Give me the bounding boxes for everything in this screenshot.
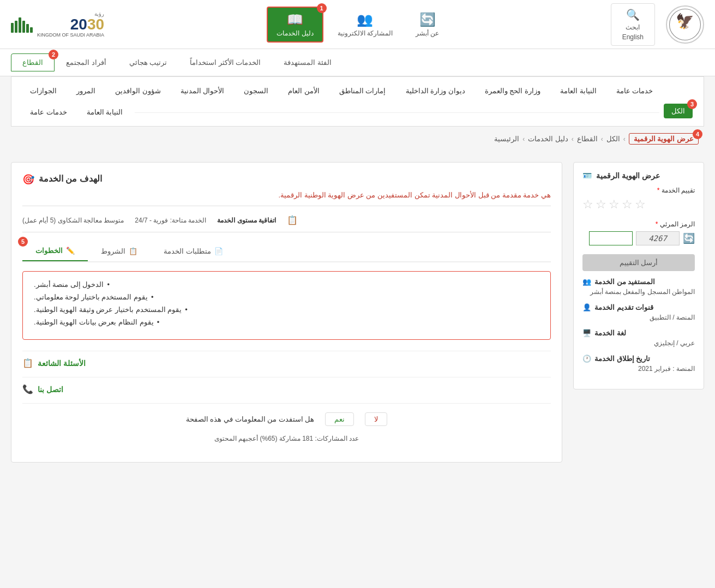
category-tabs: الفئة المستهدفة الخدمات الأكثر استخداماً… [0, 49, 715, 76]
sector-muroor[interactable]: المرور [69, 83, 103, 98]
sector-imarat[interactable]: إمارات المناطق [332, 83, 394, 98]
tab-qitaa[interactable]: القطاع 2 [11, 53, 55, 71]
captcha-image: 4267 [636, 231, 680, 245]
tab-afrad[interactable]: أفراد المجتمع [55, 53, 118, 71]
contact-label: اتصل بنا [38, 385, 63, 394]
sector-diwan[interactable]: ديوان وزارة الداخلية [398, 83, 473, 98]
requirements-icon: 📄 [214, 247, 223, 255]
nav-esharka-label: المشاركة الالكترونية [338, 29, 393, 37]
search-icon: 🔍 [626, 8, 640, 21]
target-icon: 🎯 [22, 173, 34, 185]
faq-section[interactable]: الأسئلة الشائعة 📋 [22, 351, 551, 368]
tab-fi2a[interactable]: الفئة المستهدفة [272, 53, 343, 71]
launch-block: تاريخ إطلاق الخدمة 🕐 المنصة : فبراير 202… [582, 355, 695, 373]
channels-block: قنوات تقديم الخدمة 👤 المنصة / التطبيق [582, 303, 695, 321]
contact-section[interactable]: اتصل بنا 📞 [22, 377, 551, 394]
faq-icon: 📋 [22, 358, 33, 368]
sector-khadmat[interactable]: خدمات عامة [609, 83, 661, 98]
beneficiary-title: المستفيد من الخدمة 👥 [582, 278, 695, 286]
sector-niaba2[interactable]: النيابة العامة [79, 105, 131, 119]
language-icon: 🖥️ [582, 329, 591, 337]
tab-requirements[interactable]: 📄 متطلبات الخدمة [151, 241, 236, 261]
participation-text: عدد المشاركات: 181 مشاركة (65%) أعجبهم ا… [22, 435, 551, 451]
launch-value: المنصة : فبراير 2021 [582, 365, 695, 373]
language-value: عربي / إنجليزي [582, 339, 695, 347]
sector-sujoon[interactable]: السجون [236, 83, 276, 98]
sla-icon: 📋 [287, 215, 298, 225]
nav-item-abshir[interactable]: 🔄 عن أبشر [407, 8, 448, 41]
sector-khadmat2[interactable]: خدمات عامة [22, 105, 75, 119]
svg-text:🦅: 🦅 [676, 12, 694, 30]
clock-icon: 🕐 [582, 355, 591, 363]
language-title: لغة الخدمة 🖥️ [582, 329, 695, 337]
daleel-icon: 📖 [287, 12, 303, 27]
captcha-label: الرمز المرئي * [582, 220, 695, 228]
nav-daleel-wrapper: 📖 دليل الخدمات 1 [267, 7, 323, 43]
nav-item-esharka[interactable]: 👥 المشاركة الالكترونية [329, 8, 401, 41]
sector-niaba[interactable]: النيابة العامة [552, 83, 604, 98]
service-title: الهدف من الخدمة [39, 173, 102, 184]
star-1[interactable]: ☆ [582, 197, 593, 212]
steps-icon: ✏️ [66, 247, 75, 255]
feedback-no-button[interactable]: لا [365, 412, 387, 426]
breadcrumb-home[interactable]: الرئيسية [494, 135, 519, 143]
service-header: الهدف من الخدمة 🎯 [22, 173, 551, 185]
sector-shuun[interactable]: شؤون الوافدين [107, 83, 169, 98]
people-icon: 👥 [582, 278, 591, 286]
breadcrumb: عرض الهوية الرقمية 4 › الكل › القطاع › د… [0, 127, 715, 151]
captcha-input[interactable] [589, 231, 633, 245]
send-rating-button[interactable]: أرسل التقييم [582, 254, 695, 271]
step-1: • الدخول إلى منصة أبشر. [34, 280, 539, 289]
channel-icon: 👤 [582, 303, 591, 311]
sla-title: اتفاقية مستوى الخدمة [217, 217, 276, 224]
feedback-yes-button[interactable]: نعم [325, 412, 354, 426]
main-content: عرض الهوية الرقمية 🪪 تقييم الخدمة * ☆ ☆ … [0, 151, 715, 473]
captcha-row: 🔄 4267 [582, 231, 695, 245]
esharka-icon: 👥 [357, 12, 373, 27]
vision-sub: KINGDOM OF SAUDI ARABIA [37, 32, 104, 38]
sector-badge-3: 3 [687, 99, 697, 109]
star-5[interactable]: ☆ [635, 197, 646, 212]
beneficiary-block: المستفيد من الخدمة 👥 المواطن المسجل والم… [582, 278, 695, 296]
stars[interactable]: ☆ ☆ ☆ ☆ ☆ [582, 197, 695, 212]
main-area: الهدف من الخدمة 🎯 هي خدمة مقدمة من قبل ا… [11, 162, 562, 463]
language-block: لغة الخدمة 🖥️ عربي / إنجليزي [582, 329, 695, 347]
vision-logo: رؤية 2030 KINGDOM OF SAUDI ARABIA [11, 11, 104, 38]
id-card-icon: 🪪 [582, 171, 592, 180]
tab-steps[interactable]: ✏️ الخطوات 5 [22, 241, 88, 261]
sector-all[interactable]: الكل 3 [664, 104, 693, 118]
nav-daleel-label: دليل الخدمات [277, 29, 313, 37]
sector-wazara[interactable]: وزارة الحج والعمرة [477, 83, 548, 98]
nav-esharka-wrapper: 👥 المشاركة الالكترونية [329, 8, 401, 41]
breadcrumb-sector[interactable]: القطاع [577, 135, 598, 143]
vision-bars [11, 16, 33, 33]
tab-tarteeb[interactable]: ترتيب هجائي [118, 53, 179, 71]
step-3: • يقوم المستخدم باختيار عرض وثيقة الهوية… [34, 305, 539, 314]
star-4[interactable]: ☆ [622, 197, 633, 212]
logo: 🦅 [666, 5, 704, 44]
breadcrumb-all[interactable]: الكل [606, 135, 620, 143]
step-4: • يقوم النظام بعرض بيانات الهوية الوطنية… [34, 318, 539, 326]
sector-ahwal[interactable]: الأحوال المدنية [173, 83, 232, 98]
conditions-icon: 📋 [129, 247, 137, 255]
header: 🦅 🔍 ابحث English 🔄 عن أبشر 👥 المشاركة ال… [0, 0, 715, 49]
star-2[interactable]: ☆ [596, 197, 606, 212]
nav-abshir-label: عن أبشر [416, 29, 439, 37]
header-left: 🦅 🔍 ابحث English [611, 3, 704, 46]
vision-year: 2030 [37, 17, 104, 32]
cat-badge-2: 2 [49, 50, 58, 59]
launch-title: تاريخ إطلاق الخدمة 🕐 [582, 355, 695, 363]
sidebar-info: المستفيد من الخدمة 👥 المواطن المسجل والم… [582, 278, 695, 373]
sector-amn[interactable]: الأمن العام [280, 83, 327, 98]
tab-conditions[interactable]: 📋 الشروط [88, 241, 151, 261]
breadcrumb-daleel[interactable]: دليل الخدمات [528, 135, 568, 143]
star-3[interactable]: ☆ [609, 197, 620, 212]
sector-jawazat[interactable]: الجوازات [22, 83, 64, 98]
tab-akther[interactable]: الخدمات الأكثر استخداماً [178, 53, 272, 71]
search-box[interactable]: 🔍 ابحث English [611, 3, 655, 46]
captcha-refresh-icon[interactable]: 🔄 [683, 232, 695, 244]
steps-badge-5: 5 [18, 237, 28, 247]
nav-item-daleel[interactable]: 📖 دليل الخدمات [267, 7, 323, 43]
header-nav: 🔄 عن أبشر 👥 المشاركة الالكترونية 📖 دليل … [104, 7, 611, 43]
feedback-question: هل استفدت من المعلومات في هذه الصفحة [186, 415, 315, 423]
